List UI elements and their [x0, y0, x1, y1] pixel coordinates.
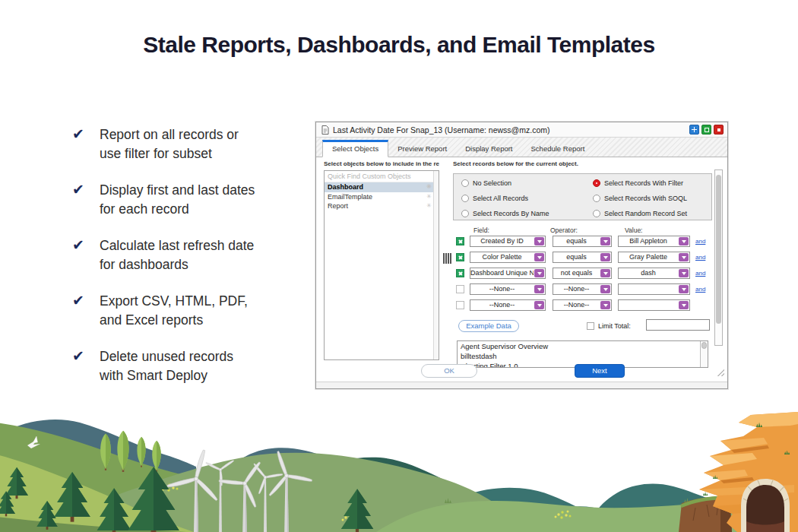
and-connector-link[interactable]: and	[695, 254, 705, 261]
dropdown-arrow-icon[interactable]	[600, 269, 610, 277]
feature-text: Export CSV, HTML, PDF, and Excel reports	[100, 292, 261, 330]
feature-text: Calculate last refresh date for dashboar…	[100, 236, 261, 274]
ok-button[interactable]: OK	[421, 364, 477, 378]
field-select[interactable]: Color Palette	[470, 252, 546, 263]
resize-grip[interactable]	[716, 368, 724, 376]
object-list-panel: Dashboard ✳ EmailTemplate ✳ Report ✳	[324, 170, 439, 360]
feature-text: Delete unused records with Smart Deploy	[100, 347, 261, 385]
filter-enabled-checkbox[interactable]	[456, 285, 464, 293]
filter-row: Dashboard Unique Name not equals dash an…	[316, 268, 727, 279]
and-connector-link[interactable]: and	[695, 286, 705, 293]
object-row-report[interactable]: Report ✳	[325, 201, 439, 211]
gear-icon[interactable]: ✳	[426, 184, 432, 190]
feature-list: ✔ Report on all records or use filter fo…	[72, 125, 261, 403]
filter-enabled-checkbox[interactable]	[456, 237, 464, 245]
limit-total-checkbox[interactable]	[587, 322, 594, 330]
page: Stale Reports, Dashboards, and Email Tem…	[0, 0, 798, 532]
dropdown-arrow-icon[interactable]	[600, 301, 610, 309]
right-panel-scrollbar[interactable]	[714, 169, 723, 346]
value-column-label: Value:	[625, 226, 642, 234]
value-select[interactable]: dash	[618, 268, 690, 279]
list-item[interactable]: Agent Supervisor Overview	[458, 341, 708, 351]
right-panel-header: Select records below for the current obj…	[453, 160, 628, 167]
next-button[interactable]: Next	[575, 364, 625, 378]
quick-find-input[interactable]	[325, 171, 439, 182]
operator-select[interactable]: --None--	[553, 283, 612, 295]
landscape-illustration	[0, 410, 798, 532]
radio-icon[interactable]	[593, 210, 600, 217]
field-select[interactable]: --None--	[470, 283, 546, 295]
radio-icon[interactable]	[461, 195, 469, 202]
operator-select[interactable]: equals	[553, 236, 612, 247]
dropdown-arrow-icon[interactable]	[600, 285, 610, 293]
minimize-button[interactable]	[689, 125, 699, 135]
feature-text: Display first and last dates for each re…	[100, 181, 261, 219]
records-list-scrollbar[interactable]	[700, 341, 708, 367]
value-select[interactable]: Gray Palette	[618, 252, 690, 263]
and-connector-link[interactable]: and	[695, 238, 705, 245]
value-select[interactable]: Bill Appleton	[618, 236, 690, 247]
check-icon: ✔	[72, 347, 100, 366]
check-icon: ✔	[72, 292, 100, 310]
dropdown-arrow-icon[interactable]	[534, 301, 544, 309]
tab-schedule-report[interactable]: Schedule Report	[522, 141, 594, 157]
radio-select-random-record-set[interactable]: Select Random Record Set	[593, 210, 687, 217]
rock-arch-cave	[741, 479, 790, 532]
window-controls	[689, 125, 724, 135]
list-item[interactable]: billtestdash	[458, 351, 708, 361]
field-column-label: Field:	[473, 226, 489, 234]
dropdown-arrow-icon[interactable]	[679, 285, 689, 293]
radio-icon[interactable]	[593, 195, 600, 202]
example-data-button[interactable]: Example Data	[458, 320, 519, 332]
value-select[interactable]	[618, 283, 690, 295]
field-select[interactable]: Dashboard Unique Name	[470, 268, 546, 279]
radio-select-records-with-filter[interactable]: Select Records With Filter	[593, 179, 683, 187]
operator-select[interactable]: not equals	[553, 268, 612, 279]
dropdown-arrow-icon[interactable]	[534, 285, 544, 293]
field-select[interactable]: --None--	[470, 299, 546, 311]
dropdown-arrow-icon[interactable]	[534, 253, 544, 261]
maximize-button[interactable]	[701, 125, 711, 135]
value-select[interactable]	[618, 299, 690, 311]
filter-enabled-checkbox[interactable]	[456, 253, 464, 261]
operator-select[interactable]: --None--	[553, 299, 612, 311]
filter-row: Created By ID equals Bill Appleton and	[316, 236, 727, 247]
filter-row: --None-- --None-- and	[316, 283, 727, 295]
object-row-dashboard[interactable]: Dashboard ✳	[325, 182, 439, 192]
gear-icon[interactable]: ✳	[426, 194, 432, 200]
dropdown-arrow-icon[interactable]	[679, 237, 689, 245]
radio-select-records-with-soql[interactable]: Select Records With SOQL	[593, 195, 687, 202]
tab-display-report[interactable]: Display Report	[456, 141, 521, 157]
app-window: Last Activity Date For Snap_13 (Username…	[315, 122, 728, 389]
dropdown-arrow-icon[interactable]	[600, 253, 610, 261]
limit-total-input[interactable]	[646, 319, 710, 331]
gear-icon[interactable]: ✳	[426, 203, 432, 209]
and-connector-link[interactable]: and	[695, 270, 705, 277]
filter-row: Color Palette equals Gray Palette and	[316, 252, 727, 263]
dropdown-arrow-icon[interactable]	[600, 237, 610, 245]
dropdown-arrow-icon[interactable]	[679, 269, 689, 277]
close-button[interactable]	[714, 125, 724, 135]
radio-select-records-by-name[interactable]: Select Records By Name	[461, 210, 549, 217]
radio-selected-icon[interactable]	[593, 179, 600, 187]
filter-enabled-checkbox[interactable]	[456, 269, 464, 277]
dropdown-arrow-icon[interactable]	[679, 253, 689, 261]
field-select[interactable]: Created By ID	[470, 236, 546, 247]
dropdown-arrow-icon[interactable]	[679, 301, 689, 309]
radio-no-selection[interactable]: No Selection	[461, 179, 511, 187]
dropdown-arrow-icon[interactable]	[534, 237, 544, 245]
tab-preview-report[interactable]: Preview Report	[388, 141, 456, 157]
radio-icon[interactable]	[461, 179, 469, 187]
dropdown-arrow-icon[interactable]	[534, 269, 544, 277]
limit-total-label: Limit Total:	[598, 322, 631, 330]
radio-icon[interactable]	[461, 210, 469, 217]
window-title-bar[interactable]: Last Activity Date For Snap_13 (Username…	[316, 122, 727, 138]
operator-select[interactable]: equals	[553, 252, 612, 263]
list-item: ✔ Display first and last dates for each …	[72, 181, 261, 219]
radio-select-all-records[interactable]: Select All Records	[461, 195, 528, 202]
filter-enabled-checkbox[interactable]	[456, 301, 464, 309]
left-list-scrollbar[interactable]	[433, 171, 439, 359]
object-row-emailtemplate[interactable]: EmailTemplate ✳	[325, 192, 439, 202]
list-item: ✔ Delete unused records with Smart Deplo…	[72, 347, 261, 385]
tab-select-objects[interactable]: Select Objects	[322, 140, 388, 157]
